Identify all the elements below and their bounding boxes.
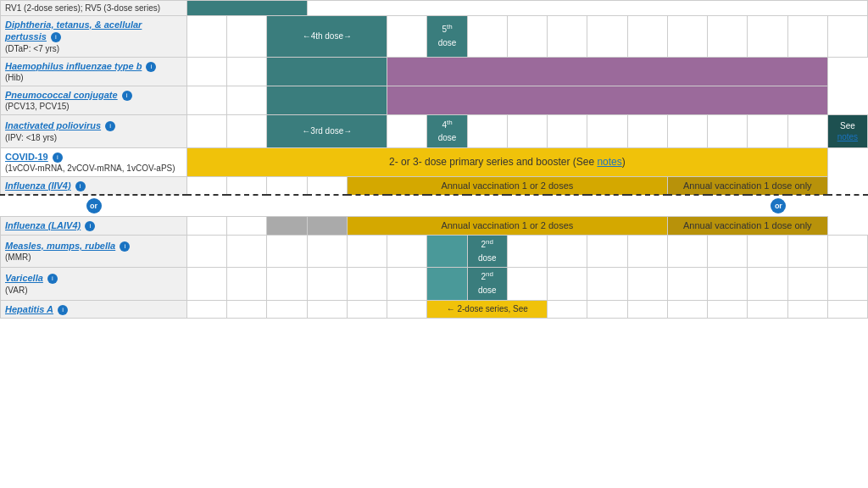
ipv-notes-link[interactable]: notes bbox=[837, 132, 858, 141]
var-7-10y bbox=[667, 268, 707, 301]
iiv4-4m bbox=[307, 177, 347, 196]
hepa-vaccine-name[interactable]: Hepatitis A bbox=[5, 304, 53, 314]
mmr-sub: (MMR) bbox=[5, 252, 182, 263]
covid-sub: (1vCOV-mRNA, 2vCOV-mRNA, 1vCOV-aPS) bbox=[5, 163, 182, 174]
var-info-icon[interactable]: i bbox=[47, 274, 58, 284]
iiv4-vaccine-name[interactable]: Influenza (IIV4) bbox=[5, 180, 71, 191]
ipv-4-6y bbox=[627, 115, 667, 148]
covid-info-icon[interactable]: i bbox=[53, 152, 63, 163]
table-row-rv-top: RV1 (2-dose series); RV5 (3-dose series) bbox=[1, 1, 868, 16]
hepa-17-18y bbox=[827, 300, 867, 318]
hepa-vaccine-cell: Hepatitis A i bbox=[1, 300, 187, 318]
var-vaccine-name[interactable]: Varicella bbox=[5, 273, 43, 283]
var-2-3y bbox=[587, 268, 627, 301]
ipv-dose4-label: 4thdose bbox=[438, 120, 457, 143]
hib-vaccine-name[interactable]: Haemophilus influenzae type b bbox=[5, 61, 142, 71]
var-sub: (VAR) bbox=[5, 285, 182, 296]
iiv4-1m bbox=[227, 177, 267, 196]
mmr-19-23m bbox=[548, 235, 587, 268]
ipv-see-notes-cell: See notes bbox=[827, 115, 867, 148]
covid-vaccine-cell: COVID-19 i (1vCOV-mRNA, 2vCOV-mRNA, 1vCO… bbox=[1, 147, 187, 176]
hib-1m bbox=[227, 57, 267, 86]
laiv4-info-icon[interactable]: i bbox=[85, 221, 95, 231]
covid-notes-link[interactable]: notes bbox=[597, 156, 621, 168]
hib-info-icon[interactable]: i bbox=[146, 62, 156, 72]
laiv4-annual1-label: Annual vaccination 1 or 2 doses bbox=[441, 220, 573, 230]
var-19-23m bbox=[548, 268, 587, 301]
dtap-9m bbox=[387, 16, 427, 58]
hepa-birth bbox=[187, 300, 227, 318]
pcv-birth bbox=[187, 86, 227, 114]
table-row-var: Varicella i (VAR) 2nddose bbox=[1, 268, 868, 301]
covid-vaccine-name[interactable]: COVID-19 bbox=[5, 152, 48, 162]
dtap-18m bbox=[507, 16, 547, 58]
mmr-4-6y bbox=[627, 235, 667, 268]
rv-dose-span bbox=[187, 1, 308, 16]
dtap-vaccine-name[interactable]: Diphtheria, tetanus, & acellular pertuss… bbox=[5, 19, 142, 42]
rv-label: RV1 (2-dose series); RV5 (3-dose series) bbox=[5, 3, 160, 13]
pcv-vaccine-name[interactable]: Pneumococcal conjugate bbox=[5, 90, 118, 100]
var-17-18y bbox=[827, 268, 867, 301]
dtap-17-18y bbox=[827, 16, 867, 58]
dtap-sub: (DTaP: <7 yrs) bbox=[5, 43, 182, 54]
dtap-16y bbox=[787, 16, 827, 58]
ipv-dose3-label: ←3rd dose→ bbox=[302, 126, 352, 136]
laiv4-2m bbox=[267, 217, 307, 235]
dtap-dose4-label: ←4th dose→ bbox=[303, 31, 352, 41]
hepa-9m bbox=[387, 300, 427, 318]
dtap-15m bbox=[467, 16, 507, 58]
mmr-vaccine-cell: Measles, mumps, rubella i (MMR) bbox=[1, 235, 187, 268]
mmr-info-icon[interactable]: i bbox=[120, 241, 130, 252]
laiv4-vaccine-name[interactable]: Influenza (LAIV4) bbox=[5, 220, 81, 230]
dtap-1m bbox=[227, 16, 267, 58]
laiv4-vaccine-cell: Influenza (LAIV4) i bbox=[1, 217, 187, 235]
dtap-dose5-cell: 5thdose bbox=[427, 16, 467, 58]
hepa-7-10y bbox=[667, 300, 707, 318]
mmr-2-3y bbox=[587, 235, 627, 268]
dtap-info-icon[interactable]: i bbox=[51, 32, 61, 42]
ipv-15m bbox=[467, 115, 507, 148]
or-cell-left: or bbox=[1, 195, 187, 217]
ipv-9m bbox=[387, 115, 427, 148]
ipv-info-icon[interactable]: i bbox=[105, 121, 115, 131]
hib-vaccine-cell: Haemophilus influenzae type b i (Hib) bbox=[1, 57, 187, 86]
or-circle-left: or bbox=[86, 198, 102, 214]
var-4-6y bbox=[627, 268, 667, 301]
var-2m bbox=[267, 268, 307, 301]
mmr-11-12y bbox=[708, 235, 748, 268]
ipv-see-text: See bbox=[840, 121, 855, 130]
hepa-info-icon[interactable]: i bbox=[58, 305, 68, 315]
vaccination-schedule-table: RV1 (2-dose series); RV5 (3-dose series)… bbox=[0, 0, 868, 319]
laiv4-1m bbox=[227, 217, 267, 235]
pcv-teal-span bbox=[267, 86, 387, 114]
var-4m bbox=[307, 268, 347, 301]
pcv-vaccine-cell: Pneumococcal conjugate i (PCV13, PCV15) bbox=[1, 86, 187, 114]
iiv4-annual2-span: Annual vaccination 1 dose only bbox=[667, 177, 827, 196]
laiv4-birth bbox=[187, 217, 227, 235]
table-row-hib: Haemophilus influenzae type b i (Hib) bbox=[1, 57, 868, 86]
mmr-6m bbox=[347, 235, 387, 268]
iiv4-annual1-label: Annual vaccination 1 or 2 doses bbox=[441, 180, 573, 191]
var-dose2-label: 2nddose bbox=[478, 272, 497, 295]
iiv4-info-icon[interactable]: i bbox=[75, 181, 86, 191]
iiv4-2m bbox=[267, 177, 307, 196]
var-1m bbox=[227, 268, 267, 301]
hepa-16y bbox=[787, 300, 827, 318]
ipv-18m bbox=[507, 115, 547, 148]
ipv-vaccine-name[interactable]: Inactivated poliovirus bbox=[5, 120, 101, 130]
ipv-dose4-cell: 4thdose bbox=[427, 115, 467, 148]
mmr-vaccine-name[interactable]: Measles, mumps, rubella bbox=[5, 241, 115, 251]
ipv-2-3y bbox=[587, 115, 627, 148]
ipv-sub: (IPV: <18 yrs) bbox=[5, 132, 182, 143]
table-row-covid: COVID-19 i (1vCOV-mRNA, 2vCOV-mRNA, 1vCO… bbox=[1, 147, 868, 176]
dtap-7-10y bbox=[667, 16, 707, 58]
mmr-birth bbox=[187, 235, 227, 268]
hepa-text: ← 2-dose series, See bbox=[447, 304, 528, 313]
pcv-info-icon[interactable]: i bbox=[122, 91, 132, 101]
pcv-1m bbox=[227, 86, 267, 114]
dtap-birth bbox=[187, 16, 227, 58]
ipv-birth bbox=[187, 115, 227, 148]
mmr-dose2-cell: 2nddose bbox=[467, 235, 507, 268]
laiv4-4m bbox=[307, 217, 347, 235]
or-circle-middle: or bbox=[771, 198, 786, 214]
